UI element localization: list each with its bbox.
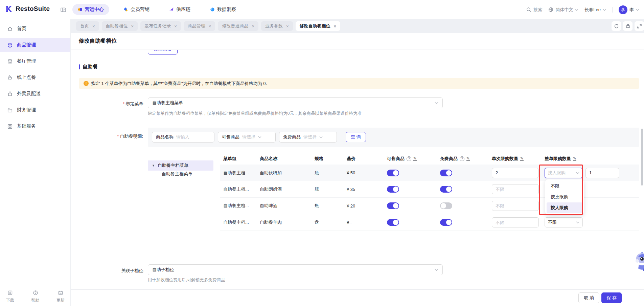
column-header-label: 规格 — [315, 156, 323, 162]
tab-3[interactable]: 商品管理× — [184, 21, 215, 31]
free-filter[interactable]: 免费商品 请选择 — [279, 132, 337, 143]
detail-label: *自助餐明细: — [77, 133, 143, 139]
add-spec-button[interactable]: 添加规格 — [148, 50, 178, 54]
dropdown-option-1[interactable]: 按桌限购 — [547, 192, 582, 202]
cell-base-price: ¥ - — [347, 220, 387, 225]
tab-2[interactable]: 发布任务记录× — [140, 21, 181, 31]
help-icon[interactable]: ? — [460, 156, 464, 161]
language-switcher[interactable]: 简体中文 — [548, 7, 578, 13]
sellable-toggle[interactable] — [387, 186, 399, 193]
tab-1[interactable]: 自助餐档位× — [102, 21, 138, 31]
bind-menu-select[interactable]: 自助餐主档菜单 — [148, 97, 443, 108]
help-icon[interactable]: ? — [407, 156, 411, 161]
sellable-toggle[interactable] — [387, 219, 399, 226]
sidebar-item-4[interactable]: 外卖及配送 — [0, 87, 70, 101]
free-product-toggle[interactable] — [440, 219, 452, 226]
nav-item-3[interactable]: 数据洞察 — [205, 4, 242, 15]
query-button[interactable]: 查 询 — [346, 132, 366, 142]
cell-base-price: ¥ 50 — [347, 170, 387, 175]
free-product-toggle[interactable] — [440, 186, 452, 193]
bulk-edit-icon[interactable]: ✎ — [573, 157, 576, 161]
cell-spec: 盘 — [315, 219, 347, 225]
toggle-knob — [393, 220, 398, 225]
sidebar-footer-1[interactable]: 帮助 — [31, 290, 40, 303]
sidebar-item-5[interactable]: 财务管理 — [0, 103, 70, 117]
toggle-knob — [446, 187, 452, 192]
assistant-mascot-image[interactable] — [634, 251, 644, 272]
column-header-label: 单次限购数量 — [492, 156, 518, 162]
sub-level-select[interactable]: 自助子档位 — [148, 264, 443, 275]
per-order-limit-input[interactable] — [492, 168, 539, 178]
tab-close-icon[interactable]: × — [92, 24, 95, 29]
sidebar-collapse-icon[interactable] — [60, 7, 66, 13]
product-name-filter[interactable]: 商品名称 请输入 — [152, 132, 214, 143]
nav-item-1[interactable]: 会员营销 — [118, 4, 155, 15]
tab-6[interactable]: 修改自助餐档位× — [296, 21, 341, 31]
save-button[interactable]: 保 存 — [601, 292, 622, 303]
sellable-filter[interactable]: 可售商品 请选择 — [218, 132, 276, 143]
app-window: RestoSuite 营运中心会员营销供应链数据洞察 搜索 简体中文 长春Lee… — [0, 0, 644, 306]
brand-name: RestoSuite — [16, 5, 50, 13]
sidebar-item-6[interactable]: 基础服务 — [0, 119, 70, 133]
bulk-edit-icon[interactable]: ✎ — [413, 157, 417, 161]
order-limit-mode-select[interactable]: 不限 — [545, 217, 583, 227]
user-menu[interactable]: 李 李 — [619, 5, 639, 14]
tab-label: 修改普通商品 — [222, 23, 248, 29]
sidebar-item-3[interactable]: 线上点餐 — [0, 71, 70, 84]
fullscreen-icon[interactable] — [635, 21, 644, 31]
sellable-toggle[interactable] — [387, 170, 399, 176]
tab-close-icon[interactable]: × — [334, 24, 337, 29]
tab-close-icon[interactable]: × — [174, 24, 177, 29]
tab-close-icon[interactable]: × — [252, 24, 254, 29]
tree-node-parent[interactable]: ▼ 自助餐主档菜单 — [148, 160, 213, 171]
bulk-edit-icon[interactable]: ✎ — [520, 157, 524, 161]
sub-level-helper: 用于加收档位费用后,可解锁更多免费商品 — [148, 277, 225, 283]
column-header-label: 基价 — [347, 156, 355, 162]
cell-base-price: ¥ 20 — [347, 203, 387, 209]
product-name-filter-input[interactable]: 请输入 — [176, 134, 189, 140]
free-product-toggle[interactable] — [440, 170, 452, 176]
sidebar-item-2[interactable]: 餐厅管理 — [0, 54, 70, 68]
cancel-button[interactable]: 取 消 — [578, 292, 599, 303]
search-icon — [526, 7, 531, 12]
sidebar-footer-2[interactable]: 更新 — [56, 290, 65, 303]
nav-item-0[interactable]: 营运中心 — [72, 4, 109, 15]
store-switcher[interactable]: 长春Lee — [584, 7, 606, 13]
sidebar-item-0[interactable]: 首页 — [0, 22, 70, 36]
dropdown-option-0[interactable]: 不限 — [547, 181, 582, 192]
tab-4[interactable]: 修改普通商品× — [218, 21, 258, 31]
dropdown-option-2[interactable]: 按人限购 — [547, 202, 582, 213]
per-order-limit-input[interactable] — [492, 217, 539, 227]
tab-0[interactable]: 首页× — [76, 21, 99, 31]
order-limit-value-input[interactable] — [585, 168, 619, 178]
nav-item-2[interactable]: 供应链 — [164, 4, 196, 15]
per-order-limit-input[interactable] — [492, 184, 539, 194]
search-button[interactable]: 搜索 — [526, 7, 542, 13]
supply-icon — [169, 7, 174, 12]
sidebar-footer-0[interactable]: 下载 — [6, 290, 14, 303]
vertical-scrollbar[interactable] — [641, 129, 643, 185]
refresh-icon[interactable] — [612, 21, 621, 31]
clear-tabs-icon[interactable] — [623, 21, 632, 31]
tab-close-icon[interactable]: × — [286, 24, 289, 29]
bulk-edit-icon[interactable]: ✎ — [466, 157, 470, 161]
free-product-toggle[interactable] — [440, 202, 452, 209]
limit-mode-dropdown: 不限按桌限购按人限购 — [545, 179, 584, 215]
order-limit-mode-select[interactable]: 按人限购 — [545, 168, 583, 178]
tab-close-icon[interactable]: × — [209, 24, 211, 29]
nav-item-label: 供应链 — [176, 6, 190, 13]
sellable-toggle[interactable] — [387, 202, 399, 209]
tab-label: 首页 — [80, 23, 89, 29]
sidebar-item-1[interactable]: 商品管理 — [0, 38, 70, 52]
sub-level-value: 自助子档位 — [152, 267, 435, 273]
order-limit-mode-value: 不限 — [548, 219, 576, 225]
tab-close-icon[interactable]: × — [131, 24, 134, 29]
tab-5[interactable]: 业务参数× — [261, 21, 293, 31]
column-header-label: 免费商品 — [440, 156, 458, 162]
free-filter-value: 请选择 — [303, 134, 317, 140]
tree-node-child[interactable]: 自助餐主档菜单 — [162, 171, 192, 177]
caret-down-icon: ▼ — [152, 164, 155, 167]
nav-item-label: 营运中心 — [85, 6, 104, 13]
brand[interactable]: RestoSuite — [5, 5, 50, 13]
per-order-limit-input[interactable] — [492, 201, 539, 211]
